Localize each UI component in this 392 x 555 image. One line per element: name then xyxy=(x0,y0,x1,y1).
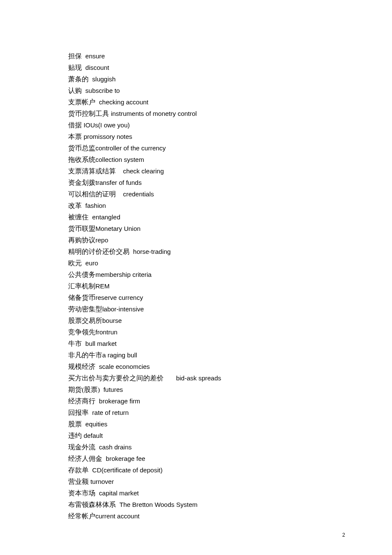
term-english: brokerage fee xyxy=(102,455,145,462)
vocabulary-entry: 萧条的 sluggish xyxy=(68,73,324,85)
term-chinese: 非凡的牛市 xyxy=(68,351,102,359)
term-chinese: 股票 xyxy=(68,420,82,428)
vocabulary-entry: 担保 ensure xyxy=(68,50,324,62)
term-english: rate of return xyxy=(89,409,129,416)
vocabulary-entry: 改革 fashion xyxy=(68,200,324,211)
vocabulary-entry: 公共债务membership criteria xyxy=(68,269,324,280)
term-english: bid-ask spreads xyxy=(164,374,221,382)
vocabulary-entry: 营业额 turnover xyxy=(68,476,324,487)
term-chinese: 可以相信的证明 xyxy=(68,190,116,198)
term-english: collection system xyxy=(95,156,144,163)
term-chinese: 储备货币 xyxy=(68,294,95,301)
term-english: equities xyxy=(82,420,107,428)
vocabulary-entry: 期货(股票) futures xyxy=(68,384,324,395)
term-english: brokerage firm xyxy=(95,397,140,405)
term-english: labor-intensive xyxy=(102,305,144,313)
vocabulary-entry: 拖收系统collection system xyxy=(68,154,324,165)
term-chinese: 欧元 xyxy=(68,259,82,267)
term-chinese: 精明的讨价还价交易 xyxy=(68,248,130,255)
vocabulary-entry: 股票 equities xyxy=(68,418,324,430)
vocabulary-entry: 借据 IOUs(I owe you) xyxy=(68,119,324,131)
term-chinese: 劳动密集型 xyxy=(68,305,102,313)
term-english: futures xyxy=(100,386,123,393)
document-page: 担保 ensure贴现 discount萧条的 sluggish认购 subsc… xyxy=(0,0,392,522)
vocabulary-entry: 资本市场 capital market xyxy=(68,487,324,499)
term-chinese: 买方出价与卖方要价之间的差价 xyxy=(68,374,164,382)
term-english: frontrun xyxy=(95,328,118,336)
vocabulary-entry: 欧元 euro xyxy=(68,257,324,269)
term-english: IOUs(I owe you) xyxy=(82,121,130,129)
vocabulary-entry: 资金划拨transfer of funds xyxy=(68,177,324,188)
term-english: bull market xyxy=(82,340,117,347)
vocabulary-entry: 违约 default xyxy=(68,430,324,441)
term-chinese: 货币总监 xyxy=(68,144,95,152)
term-english: membership criteria xyxy=(95,271,152,278)
vocabulary-entry: 经常帐户current account xyxy=(68,510,324,522)
term-chinese: 竞争领先 xyxy=(68,328,95,336)
term-english: controller of the currency xyxy=(95,144,166,152)
term-english: capital market xyxy=(95,489,139,497)
term-chinese: 本票 xyxy=(68,133,82,140)
term-chinese: 经常帐户 xyxy=(68,512,95,520)
term-english: default xyxy=(82,432,103,439)
term-chinese: 支票清算或结算 xyxy=(68,167,116,175)
vocabulary-entry: 现金外流 cash drains xyxy=(68,441,324,453)
term-chinese: 违约 xyxy=(68,432,82,439)
term-english: ensure xyxy=(82,52,105,60)
term-chinese: 萧条的 xyxy=(68,75,89,83)
term-chinese: 支票帐户 xyxy=(68,98,95,106)
vocabulary-entry: 支票帐户 checking account xyxy=(68,96,324,108)
term-english: current account xyxy=(95,512,139,520)
term-chinese: 经济人佣金 xyxy=(68,455,102,462)
vocabulary-entry: 布雷顿森林体系 The Bretton Woods System xyxy=(68,499,324,510)
term-chinese: 改革 xyxy=(68,202,82,209)
term-chinese: 营业额 xyxy=(68,478,89,485)
vocabulary-entry: 竞争领先frontrun xyxy=(68,326,324,338)
vocabulary-entry: 被缠住 entangled xyxy=(68,211,324,223)
term-english: check clearing xyxy=(116,167,164,175)
term-english: The Bretton Woods System xyxy=(116,501,197,508)
term-chinese: 公共债务 xyxy=(68,271,95,278)
term-english: CD(certificate of deposit) xyxy=(89,466,162,474)
term-chinese: 被缠住 xyxy=(68,213,89,221)
vocabulary-entry: 精明的讨价还价交易 horse-trading xyxy=(68,246,324,257)
term-english: cash drains xyxy=(95,443,132,451)
term-chinese: 存款单 xyxy=(68,466,89,474)
term-chinese: 拖收系统 xyxy=(68,156,95,163)
term-chinese: 规模经济 xyxy=(68,363,95,370)
term-english: transfer of funds xyxy=(95,179,141,186)
term-english: entangled xyxy=(89,213,120,221)
term-english: scale economcies xyxy=(95,363,150,370)
term-english: promissory notes xyxy=(82,133,132,140)
vocabulary-entry: 再购协议repo xyxy=(68,234,324,246)
term-chinese: 借据 xyxy=(68,121,82,129)
term-english: sluggish xyxy=(89,75,115,83)
term-english: instruments of monetry control xyxy=(109,110,197,117)
term-chinese: 货币联盟 xyxy=(68,225,95,232)
term-english: checking account xyxy=(95,98,148,106)
term-chinese: 贴现 xyxy=(68,64,82,71)
vocabulary-entry: 货币控制工具 instruments of monetry control xyxy=(68,108,324,119)
term-english: fashion xyxy=(82,202,106,209)
vocabulary-entry: 货币总监controller of the currency xyxy=(68,142,324,154)
page-number: 2 xyxy=(342,532,345,538)
term-english: credentials xyxy=(116,190,154,198)
term-english: discount xyxy=(82,64,109,71)
term-chinese: 布雷顿森林体系 xyxy=(68,501,116,508)
term-english: bourse xyxy=(102,317,122,324)
vocabulary-entry: 认购 subscribe to xyxy=(68,85,324,96)
vocabulary-list: 担保 ensure贴现 discount萧条的 sluggish认购 subsc… xyxy=(68,50,324,522)
vocabulary-entry: 货币联盟Monetary Union xyxy=(68,223,324,234)
vocabulary-entry: 贴现 discount xyxy=(68,62,324,73)
vocabulary-entry: 支票清算或结算 check clearing xyxy=(68,165,324,177)
term-chinese: 期货(股票) xyxy=(68,386,100,393)
term-english: subscribe to xyxy=(82,87,120,94)
vocabulary-entry: 储备货币reserve currency xyxy=(68,292,324,303)
vocabulary-entry: 汇率机制REM xyxy=(68,280,324,292)
term-chinese: 资金划拨 xyxy=(68,179,95,186)
term-chinese: 担保 xyxy=(68,52,82,60)
vocabulary-entry: 经济人佣金 brokerage fee xyxy=(68,453,324,464)
vocabulary-entry: 规模经济 scale economcies xyxy=(68,361,324,372)
term-chinese: 现金外流 xyxy=(68,443,95,451)
term-chinese: 回报率 xyxy=(68,409,89,416)
